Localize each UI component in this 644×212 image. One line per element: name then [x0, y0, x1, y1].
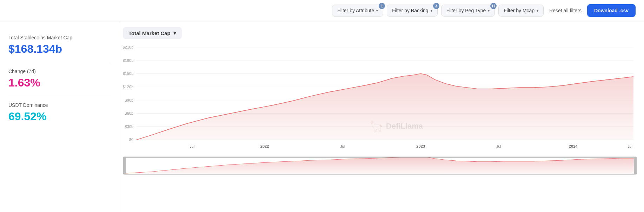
y-label-120: $120b [123, 85, 133, 89]
y-label-60: $60b [125, 111, 134, 116]
chevron-down-icon-2: ▾ [431, 9, 432, 13]
filter-attribute-badge: 1 [379, 3, 385, 9]
y-label-90: $90b [125, 98, 134, 102]
usdt-dominance-label: USDT Dominance [8, 102, 111, 108]
chart-selector-button[interactable]: Total Market Cap ▾ [123, 27, 182, 39]
y-label-0: $0 [129, 138, 133, 142]
total-market-cap-value: $168.134b [8, 43, 111, 56]
minimap-left-handle[interactable] [123, 157, 126, 174]
filter-pegtype-button[interactable]: Filter by Peg Type ▾ 11 [441, 5, 495, 17]
filter-mcap-label: Filter by Mcap [504, 8, 535, 13]
chart-header: Total Market Cap ▾ [123, 27, 637, 39]
top-bar: Filter by Attribute ▾ 1 Filter by Backin… [0, 0, 644, 21]
y-label-210: $210b [123, 45, 133, 49]
x-label-2023: 2023 [416, 144, 425, 149]
filter-backing-badge: 3 [433, 3, 439, 9]
main-chart-svg: $210b $180b $150b $120b $90b $60b $30b $… [123, 43, 637, 155]
chevron-down-icon: ▾ [376, 9, 378, 13]
minimap-container[interactable] [123, 156, 637, 175]
chevron-down-icon-chart: ▾ [173, 30, 176, 36]
filter-backing-label: Filter by Backing [392, 8, 428, 13]
download-csv-button[interactable]: Download .csv [587, 4, 636, 17]
x-label-jul-2024: Jul [628, 144, 632, 149]
y-label-30: $30b [125, 124, 134, 129]
change-7d-card: Change (7d) 1.63% [8, 62, 111, 96]
usdt-dominance-value: 69.52% [8, 110, 111, 123]
main-content: Total Stablecoins Market Cap $168.134b C… [0, 21, 644, 212]
chart-selector-label: Total Market Cap [128, 30, 171, 36]
sidebar: Total Stablecoins Market Cap $168.134b C… [0, 21, 119, 212]
chart-area: Total Market Cap ▾ 🦙 DefiLlama $210b $18… [119, 21, 644, 212]
x-label-2024: 2024 [569, 144, 578, 149]
filter-pegtype-label: Filter by Peg Type [446, 8, 486, 13]
minimap-right-handle[interactable] [634, 157, 637, 174]
x-label-jul-2021: Jul [190, 144, 194, 149]
chart-container: 🦙 DefiLlama $210b $180b $150b $120b $90b… [123, 43, 637, 210]
minimap-selection[interactable] [123, 157, 637, 174]
x-label-2022: 2022 [260, 144, 269, 149]
y-label-150: $150b [123, 72, 133, 76]
reset-filters-button[interactable]: Reset all filters [547, 5, 584, 16]
x-label-jul-2022: Jul [340, 144, 345, 149]
filter-attribute-label: Filter by Attribute [337, 8, 374, 13]
change-7d-value: 1.63% [8, 76, 111, 89]
y-label-180: $180b [123, 58, 133, 63]
filter-mcap-button[interactable]: Filter by Mcap ▾ [498, 5, 544, 17]
usdt-dominance-card: USDT Dominance 69.52% [8, 96, 111, 129]
filter-backing-button[interactable]: Filter by Backing ▾ 3 [387, 5, 437, 17]
x-label-jul-2023: Jul [496, 144, 501, 149]
change-7d-label: Change (7d) [8, 69, 111, 74]
chevron-down-icon-4: ▾ [537, 9, 538, 13]
chevron-down-icon-3: ▾ [488, 9, 490, 13]
total-market-cap-card: Total Stablecoins Market Cap $168.134b [8, 28, 111, 62]
total-market-cap-label: Total Stablecoins Market Cap [8, 35, 111, 40]
filter-pegtype-badge: 11 [490, 3, 497, 9]
filter-attribute-button[interactable]: Filter by Attribute ▾ 1 [332, 5, 383, 17]
chart-area-fill [136, 73, 633, 140]
